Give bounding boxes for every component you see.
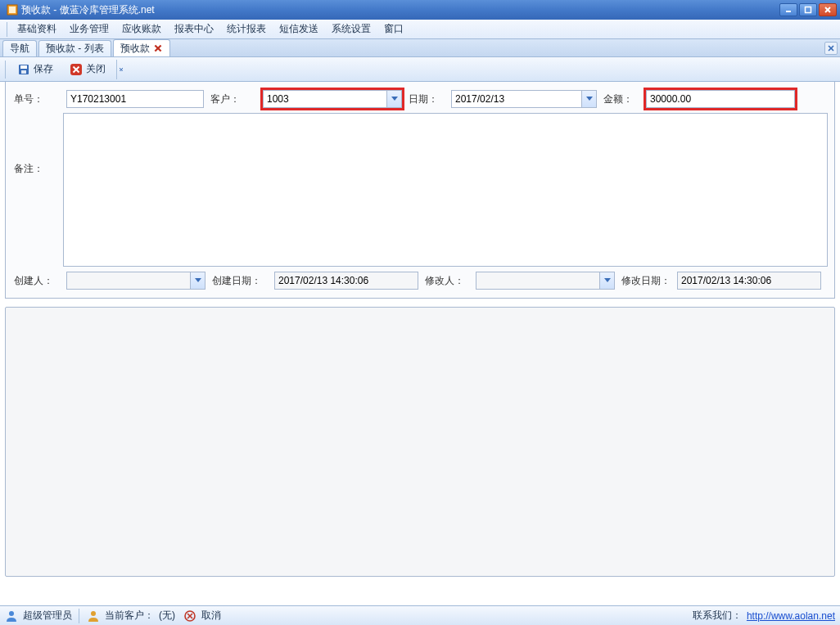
- modifier-input: [476, 272, 615, 290]
- close-icon: [70, 63, 83, 76]
- doc-no-label: 单号：: [12, 92, 61, 106]
- menu-settings[interactable]: 系统设置: [325, 20, 377, 38]
- amount-label: 金额：: [602, 92, 641, 106]
- menu-business[interactable]: 业务管理: [63, 20, 115, 38]
- svg-rect-1: [9, 7, 16, 13]
- menu-window[interactable]: 窗口: [377, 20, 410, 38]
- remark-label: 备注：: [12, 113, 58, 176]
- status-user: 超级管理员: [23, 609, 72, 623]
- menu-report-center[interactable]: 报表中心: [168, 20, 220, 38]
- toolbar-grip: [5, 61, 7, 79]
- create-date-field: [274, 272, 418, 290]
- save-icon: [17, 63, 30, 76]
- chevron-down-icon[interactable]: [581, 91, 596, 107]
- tab-nav[interactable]: 导航: [2, 40, 37, 56]
- close-label: 关闭: [86, 62, 106, 76]
- toolbar: 保存 关闭: [0, 57, 840, 82]
- date-input[interactable]: [451, 90, 597, 108]
- customer-icon: [87, 609, 100, 623]
- cancel-label[interactable]: 取消: [201, 609, 221, 623]
- chevron-down-icon[interactable]: [386, 91, 401, 107]
- customer-combo[interactable]: [263, 90, 402, 108]
- amount-input[interactable]: [646, 90, 795, 108]
- maximize-button[interactable]: [799, 3, 817, 16]
- tab-label: 预收款 - 列表: [46, 42, 104, 56]
- status-bar: 超级管理员 当前客户： (无) 取消 联系我们： http://www.aola…: [0, 605, 840, 625]
- current-customer-label: 当前客户：: [105, 609, 154, 623]
- contact-label: 联系我们：: [693, 609, 742, 623]
- svg-rect-11: [20, 65, 27, 69]
- window-title: 预收款 - 傲蓝冷库管理系统.net: [21, 3, 779, 17]
- cancel-icon[interactable]: [183, 609, 196, 623]
- chevron-down-icon[interactable]: [599, 272, 614, 289]
- form-panel: 单号： 客户： 日期： 金额： 备注： 创建人： 创建日期： 修改人：: [5, 82, 835, 299]
- app-icon: [7, 4, 18, 16]
- detail-panel: [5, 307, 835, 577]
- svg-point-17: [91, 611, 96, 616]
- minimize-button[interactable]: [779, 3, 797, 16]
- tab-prepay-list[interactable]: 预收款 - 列表: [38, 40, 111, 56]
- window-titlebar: 预收款 - 傲蓝冷库管理系统.net: [0, 0, 840, 20]
- menu-grip: [7, 22, 8, 37]
- date-label: 日期：: [407, 92, 446, 106]
- customer-label: 客户：: [209, 92, 258, 106]
- svg-rect-3: [806, 7, 811, 13]
- customer-input[interactable]: [263, 90, 402, 108]
- menu-sms[interactable]: 短信发送: [273, 20, 325, 38]
- tab-prepay[interactable]: 预收款: [113, 39, 170, 56]
- svg-point-16: [9, 611, 14, 616]
- save-label: 保存: [34, 62, 53, 76]
- creator-label: 创建人：: [12, 274, 61, 288]
- user-icon: [5, 609, 18, 623]
- creator-input: [66, 272, 205, 290]
- menu-bar: 基础资料 业务管理 应收账款 报表中心 统计报表 短信发送 系统设置 窗口: [0, 20, 840, 39]
- close-window-button[interactable]: [819, 3, 837, 16]
- modify-date-field: [677, 272, 821, 290]
- close-button[interactable]: 关闭: [64, 59, 111, 79]
- date-picker[interactable]: [451, 90, 597, 108]
- modify-date-label: 修改日期：: [620, 274, 672, 288]
- tab-label: 导航: [10, 42, 29, 56]
- svg-rect-12: [21, 70, 26, 74]
- tab-close-icon[interactable]: [153, 43, 163, 53]
- tab-strip: 导航 预收款 - 列表 预收款: [0, 39, 840, 57]
- create-date-label: 创建日期：: [210, 274, 269, 288]
- menu-receivables[interactable]: 应收账款: [115, 20, 168, 38]
- menu-basic-data[interactable]: 基础资料: [11, 20, 63, 38]
- remark-textarea[interactable]: [63, 113, 828, 267]
- chevron-down-icon[interactable]: [190, 272, 205, 289]
- modifier-combo[interactable]: [476, 272, 615, 290]
- tab-label: 预收款: [120, 42, 150, 56]
- tabstrip-close-button[interactable]: [824, 42, 838, 55]
- current-customer-value: (无): [159, 609, 175, 623]
- modifier-label: 修改人：: [423, 274, 471, 288]
- doc-no-input[interactable]: [66, 90, 204, 108]
- save-button[interactable]: 保存: [11, 59, 59, 79]
- toolbar-overflow[interactable]: [116, 60, 124, 79]
- menu-stat-report[interactable]: 统计报表: [220, 20, 273, 38]
- contact-link[interactable]: http://www.aolan.net: [747, 610, 835, 622]
- creator-combo[interactable]: [66, 272, 205, 290]
